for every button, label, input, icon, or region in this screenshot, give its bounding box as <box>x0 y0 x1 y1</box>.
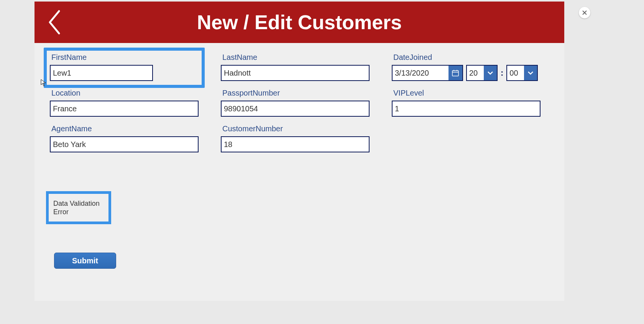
viplevel-label: VIPLevel <box>392 89 540 98</box>
back-button[interactable] <box>46 8 63 36</box>
agentname-label: AgentName <box>50 124 199 133</box>
date-picker-button[interactable] <box>449 66 462 80</box>
app-window: New / Edit Customers FirstName LastName … <box>34 2 564 301</box>
minute-dropdown-button[interactable] <box>524 66 537 80</box>
datejoined-label: DateJoined <box>392 53 540 62</box>
chevron-left-icon <box>47 9 62 36</box>
viplevel-input[interactable] <box>392 101 540 117</box>
agentname-input[interactable] <box>50 136 199 152</box>
form-row-2: Location PassportNumber VIPLevel <box>50 89 549 117</box>
form-area: FirstName LastName DateJoined <box>34 43 564 152</box>
field-firstname: FirstName <box>50 53 199 81</box>
field-customernumber: CustomerNumber <box>221 124 370 152</box>
hour-input[interactable] <box>467 66 484 80</box>
date-box <box>392 65 463 81</box>
time-separator: : <box>501 68 503 78</box>
passportnumber-input[interactable] <box>221 101 370 117</box>
firstname-input[interactable] <box>50 65 153 81</box>
chevron-down-icon <box>487 71 494 75</box>
minute-select <box>506 65 538 81</box>
lastname-label: LastName <box>221 53 370 62</box>
svg-rect-0 <box>452 71 458 76</box>
field-lastname: LastName <box>221 53 370 81</box>
field-passportnumber: PassportNumber <box>221 89 370 117</box>
customernumber-label: CustomerNumber <box>221 124 370 133</box>
calendar-icon <box>452 69 459 76</box>
hour-dropdown-button[interactable] <box>484 66 497 80</box>
page-title: New / Edit Customers <box>197 11 402 34</box>
location-input[interactable] <box>50 101 199 117</box>
chevron-down-icon <box>527 71 534 75</box>
form-row-3: AgentName CustomerNumber <box>50 124 549 152</box>
submit-button[interactable]: Submit <box>54 253 116 269</box>
location-label: Location <box>50 89 199 98</box>
date-input[interactable] <box>393 66 449 80</box>
close-icon <box>582 10 587 15</box>
field-datejoined: DateJoined <box>392 53 540 81</box>
validation-error-box: Data Validation Error <box>46 191 111 224</box>
hour-select <box>466 65 498 81</box>
field-viplevel: VIPLevel <box>392 89 540 117</box>
validation-error-text: Data Validation Error <box>53 199 104 217</box>
passportnumber-label: PassportNumber <box>221 89 370 98</box>
minute-input[interactable] <box>507 66 524 80</box>
lastname-input[interactable] <box>221 65 370 81</box>
field-agentname: AgentName <box>50 124 199 152</box>
firstname-label: FirstName <box>50 53 199 62</box>
field-location: Location <box>50 89 199 117</box>
firstname-highlight: FirstName <box>44 48 205 88</box>
form-row-1: FirstName LastName DateJoined <box>50 53 549 81</box>
header-bar: New / Edit Customers <box>34 2 564 43</box>
customernumber-input[interactable] <box>221 136 370 152</box>
datejoined-group: : <box>392 65 540 81</box>
close-button[interactable] <box>579 7 590 18</box>
